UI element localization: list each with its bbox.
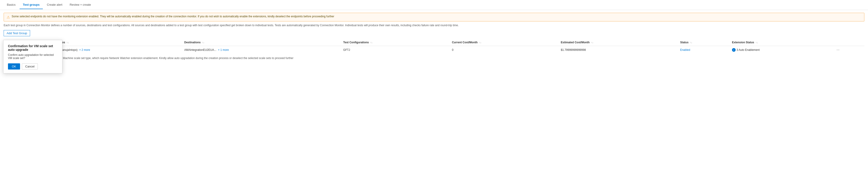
modal-title: Confirmation for VM scale set auto upgra… xyxy=(8,44,58,52)
modal-actions: OK Cancel xyxy=(8,63,58,66)
modal-box: Confirmation for VM scale set auto upgra… xyxy=(3,40,62,66)
modal-ok-button[interactable]: OK xyxy=(8,63,20,66)
modal-cancel-button[interactable]: Cancel xyxy=(22,63,38,66)
modal-body: Confirm auto upgradation for selected VM… xyxy=(8,53,58,60)
modal-overlay: Confirmation for VM scale set auto upgra… xyxy=(0,0,868,66)
